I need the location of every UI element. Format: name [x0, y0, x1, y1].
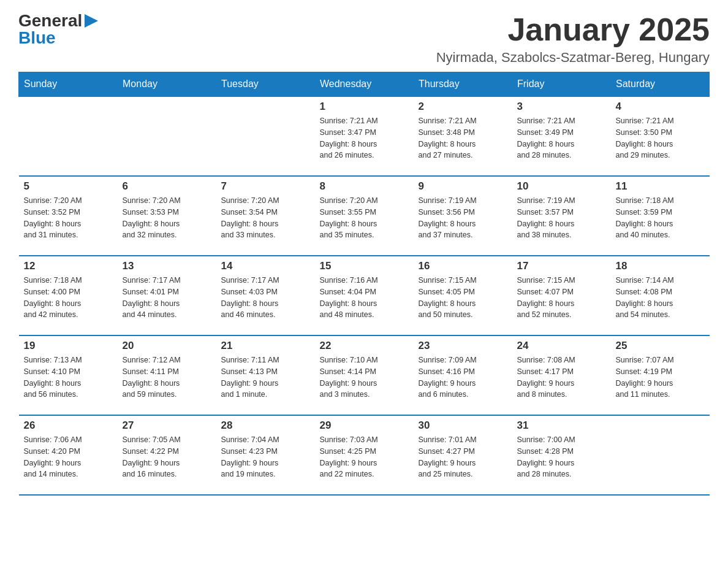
day-header-saturday: Saturday: [611, 72, 710, 97]
day-info: Sunrise: 7:01 AM Sunset: 4:27 PM Dayligh…: [419, 434, 507, 480]
calendar-cell: 21Sunrise: 7:11 AM Sunset: 4:13 PM Dayli…: [216, 335, 315, 415]
day-number: 10: [517, 180, 606, 193]
day-info: Sunrise: 7:06 AM Sunset: 4:20 PM Dayligh…: [24, 434, 113, 480]
calendar-week-row: 1Sunrise: 7:21 AM Sunset: 3:47 PM Daylig…: [19, 96, 710, 176]
day-header-friday: Friday: [512, 72, 611, 97]
day-number: 29: [320, 419, 409, 432]
day-number: 31: [517, 419, 606, 432]
logo-general-text: General: [18, 12, 82, 29]
logo-blue-text: Blue: [18, 29, 98, 47]
day-number: 9: [419, 180, 507, 193]
calendar-cell: 26Sunrise: 7:06 AM Sunset: 4:20 PM Dayli…: [19, 415, 118, 495]
day-number: 12: [24, 260, 113, 272]
day-info: Sunrise: 7:18 AM Sunset: 4:00 PM Dayligh…: [24, 275, 113, 321]
day-info: Sunrise: 7:19 AM Sunset: 3:56 PM Dayligh…: [419, 195, 507, 241]
day-number: 6: [123, 180, 211, 193]
calendar-cell: 12Sunrise: 7:18 AM Sunset: 4:00 PM Dayli…: [19, 256, 118, 335]
calendar-week-row: 12Sunrise: 7:18 AM Sunset: 4:00 PM Dayli…: [19, 256, 710, 335]
day-number: 30: [419, 419, 507, 432]
calendar-week-row: 26Sunrise: 7:06 AM Sunset: 4:20 PM Dayli…: [19, 415, 710, 495]
day-info: Sunrise: 7:07 AM Sunset: 4:19 PM Dayligh…: [616, 354, 705, 400]
calendar-cell: 4Sunrise: 7:21 AM Sunset: 3:50 PM Daylig…: [611, 96, 710, 176]
day-info: Sunrise: 7:14 AM Sunset: 4:08 PM Dayligh…: [616, 275, 705, 321]
logo: General Blue: [18, 12, 98, 47]
day-info: Sunrise: 7:20 AM Sunset: 3:54 PM Dayligh…: [221, 195, 310, 241]
day-info: Sunrise: 7:12 AM Sunset: 4:11 PM Dayligh…: [123, 354, 211, 400]
calendar-subtitle: Nyirmada, Szabolcs-Szatmar-Bereg, Hungar…: [436, 50, 710, 66]
day-number: 3: [517, 101, 606, 113]
day-number: 4: [616, 101, 705, 113]
day-info: Sunrise: 7:18 AM Sunset: 3:59 PM Dayligh…: [616, 195, 705, 241]
calendar-cell: 2Sunrise: 7:21 AM Sunset: 3:48 PM Daylig…: [414, 96, 512, 176]
calendar-cell: 25Sunrise: 7:07 AM Sunset: 4:19 PM Dayli…: [611, 335, 710, 415]
day-number: 2: [419, 101, 507, 113]
day-info: Sunrise: 7:21 AM Sunset: 3:50 PM Dayligh…: [616, 115, 705, 161]
day-number: 25: [616, 340, 705, 352]
day-info: Sunrise: 7:15 AM Sunset: 4:05 PM Dayligh…: [419, 275, 507, 321]
day-info: Sunrise: 7:13 AM Sunset: 4:10 PM Dayligh…: [24, 354, 113, 400]
calendar-cell: 13Sunrise: 7:17 AM Sunset: 4:01 PM Dayli…: [118, 256, 216, 335]
day-number: 27: [123, 419, 211, 432]
calendar-week-row: 19Sunrise: 7:13 AM Sunset: 4:10 PM Dayli…: [19, 335, 710, 415]
calendar-cell: 30Sunrise: 7:01 AM Sunset: 4:27 PM Dayli…: [414, 415, 512, 495]
day-info: Sunrise: 7:03 AM Sunset: 4:25 PM Dayligh…: [320, 434, 409, 480]
calendar-cell: 7Sunrise: 7:20 AM Sunset: 3:54 PM Daylig…: [216, 176, 315, 256]
day-number: 1: [320, 101, 409, 113]
day-number: 8: [320, 180, 409, 193]
calendar-cell: 29Sunrise: 7:03 AM Sunset: 4:25 PM Dayli…: [315, 415, 414, 495]
day-info: Sunrise: 7:05 AM Sunset: 4:22 PM Dayligh…: [123, 434, 211, 480]
calendar-cell: 28Sunrise: 7:04 AM Sunset: 4:23 PM Dayli…: [216, 415, 315, 495]
day-number: 20: [123, 340, 211, 352]
day-info: Sunrise: 7:09 AM Sunset: 4:16 PM Dayligh…: [419, 354, 507, 400]
calendar-header-row: SundayMondayTuesdayWednesdayThursdayFrid…: [19, 72, 710, 97]
calendar-cell: [216, 96, 315, 176]
day-info: Sunrise: 7:21 AM Sunset: 3:47 PM Dayligh…: [320, 115, 409, 161]
day-number: 16: [419, 260, 507, 272]
day-number: 18: [616, 260, 705, 272]
day-number: 19: [24, 340, 113, 352]
day-info: Sunrise: 7:00 AM Sunset: 4:28 PM Dayligh…: [517, 434, 606, 480]
day-info: Sunrise: 7:20 AM Sunset: 3:53 PM Dayligh…: [123, 195, 211, 241]
day-info: Sunrise: 7:15 AM Sunset: 4:07 PM Dayligh…: [517, 275, 606, 321]
page-header: General Blue January 2025 Nyirmada, Szab…: [18, 12, 710, 66]
day-number: 7: [221, 180, 310, 193]
day-info: Sunrise: 7:20 AM Sunset: 3:55 PM Dayligh…: [320, 195, 409, 241]
day-number: 28: [221, 419, 310, 432]
calendar-cell: 19Sunrise: 7:13 AM Sunset: 4:10 PM Dayli…: [19, 335, 118, 415]
day-header-monday: Monday: [118, 72, 216, 97]
day-number: 14: [221, 260, 310, 272]
day-number: 17: [517, 260, 606, 272]
calendar-cell: [611, 415, 710, 495]
calendar-cell: 27Sunrise: 7:05 AM Sunset: 4:22 PM Dayli…: [118, 415, 216, 495]
calendar-cell: 16Sunrise: 7:15 AM Sunset: 4:05 PM Dayli…: [414, 256, 512, 335]
calendar-cell: 23Sunrise: 7:09 AM Sunset: 4:16 PM Dayli…: [414, 335, 512, 415]
title-block: January 2025 Nyirmada, Szabolcs-Szatmar-…: [436, 12, 710, 66]
day-info: Sunrise: 7:21 AM Sunset: 3:49 PM Dayligh…: [517, 115, 606, 161]
calendar-table: SundayMondayTuesdayWednesdayThursdayFrid…: [18, 72, 710, 496]
calendar-cell: 14Sunrise: 7:17 AM Sunset: 4:03 PM Dayli…: [216, 256, 315, 335]
day-info: Sunrise: 7:10 AM Sunset: 4:14 PM Dayligh…: [320, 354, 409, 400]
day-header-tuesday: Tuesday: [216, 72, 315, 97]
calendar-cell: 31Sunrise: 7:00 AM Sunset: 4:28 PM Dayli…: [512, 415, 611, 495]
calendar-cell: 24Sunrise: 7:08 AM Sunset: 4:17 PM Dayli…: [512, 335, 611, 415]
calendar-week-row: 5Sunrise: 7:20 AM Sunset: 3:52 PM Daylig…: [19, 176, 710, 256]
calendar-cell: 18Sunrise: 7:14 AM Sunset: 4:08 PM Dayli…: [611, 256, 710, 335]
day-number: 23: [419, 340, 507, 352]
day-header-thursday: Thursday: [414, 72, 512, 97]
day-info: Sunrise: 7:21 AM Sunset: 3:48 PM Dayligh…: [419, 115, 507, 161]
day-info: Sunrise: 7:16 AM Sunset: 4:04 PM Dayligh…: [320, 275, 409, 321]
day-number: 24: [517, 340, 606, 352]
calendar-cell: 22Sunrise: 7:10 AM Sunset: 4:14 PM Dayli…: [315, 335, 414, 415]
day-number: 21: [221, 340, 310, 352]
calendar-cell: 8Sunrise: 7:20 AM Sunset: 3:55 PM Daylig…: [315, 176, 414, 256]
day-header-sunday: Sunday: [19, 72, 118, 97]
calendar-cell: 3Sunrise: 7:21 AM Sunset: 3:49 PM Daylig…: [512, 96, 611, 176]
day-number: 26: [24, 419, 113, 432]
calendar-cell: 10Sunrise: 7:19 AM Sunset: 3:57 PM Dayli…: [512, 176, 611, 256]
calendar-cell: [19, 96, 118, 176]
calendar-cell: 11Sunrise: 7:18 AM Sunset: 3:59 PM Dayli…: [611, 176, 710, 256]
day-header-wednesday: Wednesday: [315, 72, 414, 97]
day-number: 5: [24, 180, 113, 193]
day-info: Sunrise: 7:17 AM Sunset: 4:01 PM Dayligh…: [123, 275, 211, 321]
day-info: Sunrise: 7:11 AM Sunset: 4:13 PM Dayligh…: [221, 354, 310, 400]
